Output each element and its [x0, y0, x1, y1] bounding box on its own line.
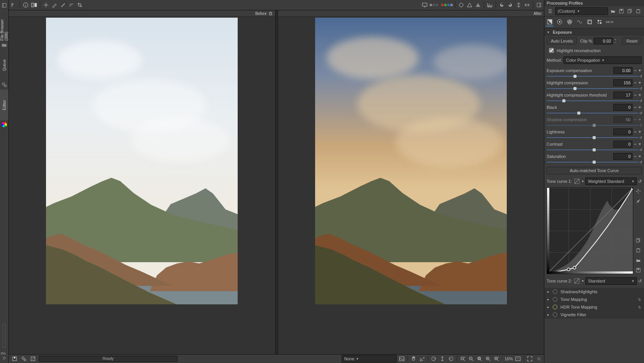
expand-panel-icon[interactable]: [0, 354, 8, 362]
section-tone-mapping-header[interactable]: Tone Mapping ⇅: [544, 296, 644, 303]
decrement-button[interactable]: −: [633, 69, 637, 72]
reset-icon[interactable]: ↺: [639, 148, 642, 152]
param-slider[interactable]: ↺: [547, 148, 642, 151]
navigator-mode-select[interactable]: None: [342, 355, 397, 363]
zoom-fit-icon[interactable]: [476, 355, 483, 363]
reset-button[interactable]: Reset: [622, 38, 642, 44]
highlight-recon-checkbox[interactable]: [549, 48, 554, 53]
reset-icon[interactable]: ↺: [639, 111, 642, 115]
power-icon[interactable]: [553, 289, 557, 294]
power-icon[interactable]: [553, 312, 557, 317]
crop-icon[interactable]: [76, 1, 83, 9]
external-editor-icon[interactable]: [30, 355, 36, 363]
after-canvas[interactable]: [278, 17, 544, 354]
flip-h-icon[interactable]: [524, 1, 531, 9]
tab-wavelet-icon[interactable]: [576, 18, 583, 26]
tab-detail-icon[interactable]: [556, 18, 564, 26]
decrement-button[interactable]: −: [633, 154, 637, 158]
param-slider[interactable]: ↺: [547, 112, 642, 115]
curve1-expand-icon[interactable]: ▾: [582, 179, 584, 183]
auto-tone-curve-button[interactable]: Auto-matched Tone Curve: [547, 167, 642, 174]
reset-icon[interactable]: ↺: [639, 74, 642, 78]
arrow-pin-icon[interactable]: [10, 1, 17, 9]
increment-button[interactable]: +: [638, 69, 642, 72]
pane-splitter[interactable]: [275, 10, 278, 354]
section-exposure-header[interactable]: Exposure: [544, 28, 644, 36]
fullscreen-icon[interactable]: [526, 355, 533, 363]
before-after-icon[interactable]: [31, 1, 38, 9]
clip-stepper[interactable]: +−: [614, 38, 616, 44]
zoom-in-icon[interactable]: [485, 355, 491, 363]
profile-copy-icon[interactable]: [626, 7, 633, 15]
histogram-icon[interactable]: [486, 1, 493, 9]
crosshair-icon[interactable]: [43, 1, 49, 9]
curve2-expand-icon[interactable]: ▾: [582, 279, 584, 283]
pencil-icon[interactable]: [51, 1, 58, 9]
curve-edit-point-icon[interactable]: [635, 197, 642, 205]
info-icon[interactable]: i: [22, 1, 29, 9]
decrement-button[interactable]: −: [633, 142, 637, 146]
profile-save-icon[interactable]: [618, 7, 625, 15]
zoom-out-full-icon[interactable]: [459, 355, 466, 363]
tab-file-browser[interactable]: File Browser (388): [0, 10, 8, 41]
param-slider[interactable]: ↺: [547, 75, 642, 78]
collapse-right-icon[interactable]: [535, 355, 542, 363]
power-icon[interactable]: [553, 297, 557, 302]
param-value-input[interactable]: [613, 67, 632, 74]
rotate-right-icon[interactable]: [507, 1, 514, 9]
zoom-100-icon[interactable]: [493, 355, 500, 363]
new-window-icon[interactable]: [514, 355, 521, 363]
curve2-linear-icon[interactable]: [573, 277, 580, 285]
tab-raw-icon[interactable]: [596, 18, 603, 26]
auto-levels-button[interactable]: Auto Levels: [547, 38, 577, 44]
decrement-button[interactable]: −: [633, 81, 637, 85]
tab-exposure-icon[interactable]: [546, 18, 554, 26]
gamut-warning-filled-icon[interactable]: [475, 1, 481, 9]
method-select[interactable]: Color Propagation: [564, 56, 642, 64]
send-to-queue-icon[interactable]: [20, 355, 27, 363]
section-shadows-header[interactable]: Shadows/Highlights: [544, 288, 644, 296]
panel-toggle-icon[interactable]: [0, 2, 8, 9]
tab-transform-icon[interactable]: [586, 18, 593, 26]
gamut-warning-icon[interactable]: [466, 1, 473, 9]
eyedropper-icon[interactable]: [59, 1, 66, 9]
profile-select[interactable]: (Custom): [555, 7, 608, 15]
zoom-out-icon[interactable]: [468, 355, 475, 363]
param-value-input[interactable]: [613, 79, 632, 86]
section-vignette-header[interactable]: Vignette Filter: [544, 311, 644, 319]
increment-button[interactable]: +: [638, 154, 642, 158]
next-image-icon[interactable]: [447, 355, 454, 363]
param-value-input[interactable]: [613, 128, 632, 135]
curve-copy-icon[interactable]: [635, 237, 642, 244]
tab-editor[interactable]: Editor: [0, 90, 8, 120]
tab-queue[interactable]: Queue: [0, 50, 8, 80]
param-value-input[interactable]: [613, 104, 632, 111]
curve-load-icon[interactable]: [635, 256, 642, 264]
curve2-type-select[interactable]: Standard: [585, 277, 637, 285]
curve-paste-icon[interactable]: [635, 246, 642, 254]
curve1-type-select[interactable]: Weighted Standard: [585, 177, 637, 185]
curve1-reset-icon[interactable]: ↺: [638, 179, 642, 184]
save-icon[interactable]: [11, 355, 18, 363]
reset-icon[interactable]: ↺: [639, 136, 642, 140]
straighten-icon[interactable]: [68, 1, 75, 9]
reset-icon[interactable]: ↺: [639, 99, 642, 103]
increment-button[interactable]: +: [638, 81, 642, 85]
clip-input[interactable]: [594, 38, 613, 44]
curve-pick-icon[interactable]: [635, 187, 642, 195]
tab-color-icon[interactable]: [566, 18, 573, 26]
before-canvas[interactable]: [9, 17, 275, 354]
prev-image-icon[interactable]: [430, 355, 437, 363]
param-slider[interactable]: ↺: [547, 136, 642, 139]
section-hdr-header[interactable]: HDR Tone Mapping ⇅: [544, 303, 644, 311]
increment-button[interactable]: +: [638, 93, 642, 97]
param-slider[interactable]: ↺: [547, 87, 642, 90]
tone-curve-editor[interactable]: [547, 187, 633, 274]
increment-button[interactable]: +: [638, 105, 642, 109]
reset-icon[interactable]: ↺: [639, 87, 642, 90]
param-slider[interactable]: ↺: [547, 161, 642, 164]
profile-load-icon[interactable]: [610, 7, 616, 15]
curve2-reset-icon[interactable]: ↺: [638, 279, 642, 284]
tab-meta-icon[interactable]: META: [606, 18, 613, 26]
increment-button[interactable]: +: [638, 142, 642, 146]
